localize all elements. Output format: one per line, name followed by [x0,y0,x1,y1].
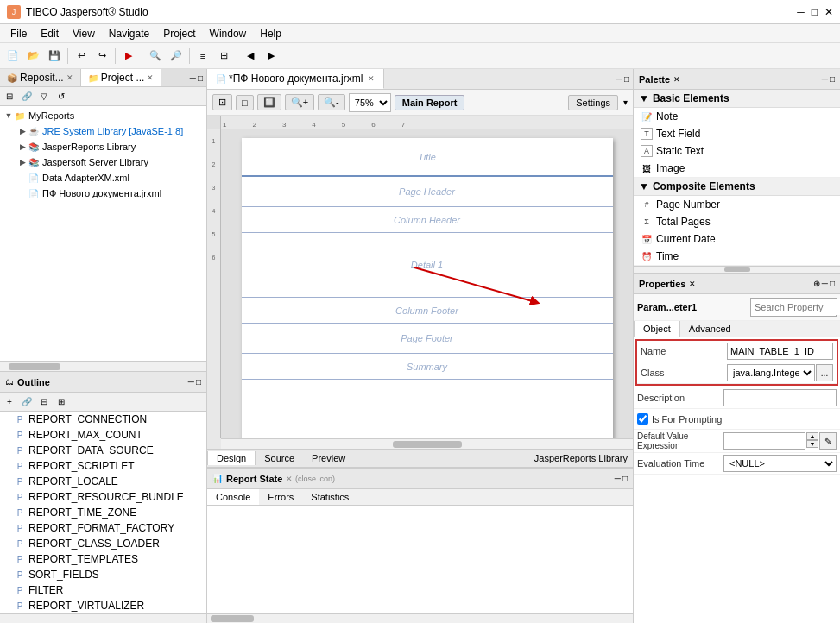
tab-repository-close[interactable]: ✕ [66,73,73,82]
outline-item-0[interactable]: P REPORT_CONNECTION [0,412,206,427]
tree-toggle-root[interactable]: ▼ [3,111,14,120]
prop-class-select[interactable]: java.lang.Integer [727,364,815,381]
subtab-console[interactable]: Console [207,489,259,505]
outline-min[interactable]: ─ [188,377,194,387]
left-panel-max[interactable]: □ [198,73,203,83]
outline-item-7[interactable]: P REPORT_FORMAT_FACTORY [0,520,206,536]
menu-navigate[interactable]: Navigate [102,26,156,41]
prop-default-up[interactable]: ▲ [806,432,818,440]
tab-design[interactable]: Design [207,451,256,465]
palette-time[interactable]: ⏰ Time [634,248,840,265]
tab-preview[interactable]: Preview [303,451,354,465]
toolbar-grid[interactable]: ⊞ [214,47,233,66]
subtab-errors[interactable]: Errors [259,489,302,505]
canvas-hscroll[interactable] [221,438,633,449]
toolbar-fit[interactable]: ⊡ [212,94,232,110]
outline-item-6[interactable]: P REPORT_TIME_ZONE [0,505,206,520]
tab-repository[interactable]: 📦 Reposit... ✕ [0,69,81,86]
toolbar-zoom-in[interactable]: 🔍 [146,47,165,66]
search-property-input[interactable] [751,299,840,315]
palette-static-text[interactable]: A Static Text [634,142,840,160]
outline-new[interactable]: + [2,394,17,410]
prop-prompting-checkbox[interactable] [637,413,648,425]
palette-composite-header[interactable]: ▼ Composite Elements [634,178,840,196]
outline-link[interactable]: 🔗 [19,394,35,410]
menu-file[interactable]: File [3,26,34,41]
outline-hscroll[interactable] [0,613,206,623]
toolbar-save[interactable]: 💾 [45,47,64,66]
prop-default-input[interactable] [723,432,805,450]
tree-item-dataadapter[interactable]: 📄 Data AdapterXM.xml [0,170,206,186]
toolbar-undo[interactable]: ◀ [241,47,260,66]
palette-min[interactable]: ─ [822,74,828,84]
menu-edit[interactable]: Edit [34,26,66,41]
subtab-statistics[interactable]: Statistics [302,489,357,505]
prop-default-edit[interactable]: ✎ [819,432,837,450]
editor-tab-main[interactable]: 📄 *ПФ Нового документа.jrxml ✕ [207,69,384,89]
outline-item-9[interactable]: P REPORT_TEMPLATES [0,551,206,567]
tree-root[interactable]: ▼ 📁 MyReports [0,108,206,123]
outline-item-5[interactable]: P REPORT_RESOURCE_BUNDLE [0,489,206,505]
panel-filter[interactable]: ▽ [36,89,52,104]
toolbar-run[interactable]: ▶ [119,47,138,66]
tree-item-jasperlib[interactable]: ▶ 📚 JasperReports Library [0,139,206,154]
prop-eval-select[interactable]: <NULL> [723,455,837,472]
toolbar-zoom-out2[interactable]: 🔍- [318,94,345,110]
breadcrumb-main-report[interactable]: Main Report [395,95,465,110]
prop-class-btn[interactable]: ... [816,364,833,381]
report-state-min[interactable]: ─ [615,474,621,483]
outline-expand[interactable]: ⊞ [54,394,69,410]
canvas-scroll[interactable]: Title Page Header Column Header Detail 1 [221,129,633,438]
prop-default-down[interactable]: ▼ [806,440,818,448]
settings-dropdown[interactable]: ▾ [623,98,628,107]
menu-help[interactable]: Help [253,26,288,41]
outline-item-11[interactable]: P FILTER [0,582,206,598]
palette-current-date[interactable]: 📅 Current Date [634,230,840,248]
toolbar-zoom-in2[interactable]: 🔍+ [285,94,314,110]
properties-min[interactable]: ─ [822,279,828,288]
props-tab-object[interactable]: Object [634,321,680,337]
tab-source[interactable]: Source [256,451,303,465]
prop-name-input[interactable] [727,343,833,360]
outline-item-12[interactable]: P REPORT_VIRTUALIZER [0,598,206,613]
palette-max[interactable]: □ [830,74,835,84]
outline-max[interactable]: □ [196,377,201,387]
toolbar-new[interactable]: 📄 [3,47,22,66]
props-tab-advanced[interactable]: Advanced [680,321,740,337]
outline-collapse[interactable]: ⊟ [36,394,52,410]
toolbar-btn2[interactable]: ↪ [92,47,111,66]
toolbar-redo[interactable]: ▶ [262,47,281,66]
tree-toggle-serverlib[interactable]: ▶ [17,158,28,167]
editor-tab-close[interactable]: ✕ [368,74,375,83]
panel-link[interactable]: 🔗 [19,89,35,104]
prop-desc-input[interactable] [723,389,837,406]
toolbar-btn1[interactable]: ↩ [72,47,91,66]
outline-item-4[interactable]: P REPORT_LOCALE [0,474,206,489]
properties-btn1[interactable]: ⊕ [813,279,820,288]
menu-project[interactable]: Project [156,26,202,41]
outline-item-3[interactable]: P REPORT_SCRIPTLET [0,458,206,474]
close-btn[interactable]: ✕ [824,6,833,18]
outline-item-1[interactable]: P REPORT_MAX_COUNT [0,427,206,443]
tree-item-jrxml[interactable]: 📄 ПФ Нового документа.jrxml [0,186,206,201]
outline-item-8[interactable]: P REPORT_CLASS_LOADER [0,536,206,551]
toolbar-page[interactable]: □ [236,95,254,110]
menu-window[interactable]: Window [203,26,254,41]
tab-project[interactable]: 📁 Project ... ✕ [81,69,162,86]
palette-basic-toggle[interactable]: ▼ [639,92,649,104]
tree-toggle-jasperlib[interactable]: ▶ [17,142,28,151]
palette-image[interactable]: 🖼 Image [634,160,840,177]
palette-page-number[interactable]: # Page Number [634,196,840,213]
maximize-btn[interactable]: □ [812,6,818,18]
properties-max[interactable]: □ [830,279,835,288]
palette-basic-header[interactable]: ▼ Basic Elements [634,90,840,108]
palette-text-field[interactable]: T Text Field [634,125,840,142]
editor-min[interactable]: ─ [616,74,622,84]
report-state-hscroll[interactable] [207,613,633,623]
editor-max[interactable]: □ [624,74,629,84]
toolbar-open[interactable]: 📂 [24,47,43,66]
report-state-max[interactable]: □ [622,474,628,483]
palette-composite-toggle[interactable]: ▼ [639,180,649,192]
settings-btn[interactable]: Settings [568,95,618,110]
canvas-hscroll-thumb[interactable] [393,441,462,448]
